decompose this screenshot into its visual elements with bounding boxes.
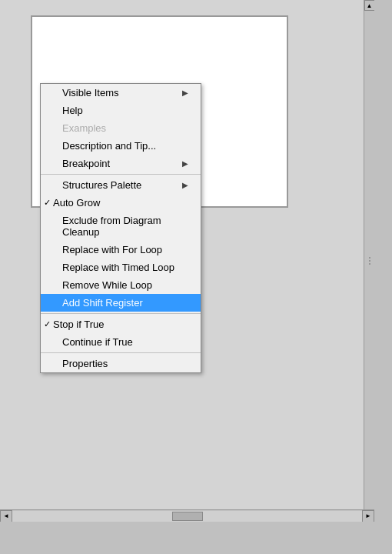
scroll-up-button[interactable]: ▲: [364, 0, 375, 11]
menu-item-breakpoint[interactable]: Breakpoint▶: [41, 155, 201, 172]
menu-item-structures-palette[interactable]: Structures Palette▶: [41, 176, 201, 194]
menu-item-properties[interactable]: Properties: [41, 355, 201, 372]
submenu-arrow-breakpoint: ▶: [182, 159, 188, 168]
menu-label-help: Help: [62, 105, 188, 116]
menu-item-description-and-tip[interactable]: Description and Tip...: [41, 137, 201, 155]
scroll-track[interactable]: [12, 511, 362, 522]
menu-label-visible-items: Visible Items: [62, 87, 182, 98]
menu-label-breakpoint: Breakpoint: [62, 158, 182, 169]
bottom-scrollbar: ◄ ►: [0, 509, 374, 522]
menu-label-auto-grow: Auto Grow: [53, 197, 188, 209]
scroll-left-button[interactable]: ◄: [0, 510, 12, 522]
submenu-arrow-visible-items: ▶: [182, 88, 188, 97]
scroll-right-button[interactable]: ►: [362, 510, 374, 522]
submenu-arrow-structures-palette: ▶: [182, 181, 188, 189]
menu-separator: [41, 174, 201, 175]
menu-label-replace-with-timed-loop: Replace with Timed Loop: [62, 262, 188, 273]
menu-label-examples: Examples: [62, 122, 188, 134]
menu-item-continue-if-true[interactable]: Continue if True: [41, 333, 201, 351]
menu-label-exclude-from-diagram: Exclude from Diagram Cleanup: [62, 215, 188, 238]
scroll-indicator: [369, 257, 370, 265]
menu-label-stop-if-true: Stop if True: [53, 319, 188, 330]
check-mark-auto-grow: ✓: [44, 198, 53, 208]
menu-separator: [41, 313, 201, 314]
menu-item-exclude-from-diagram[interactable]: Exclude from Diagram Cleanup: [41, 212, 201, 241]
menu-label-properties: Properties: [62, 358, 188, 369]
menu-label-continue-if-true: Continue if True: [62, 336, 188, 348]
menu-item-examples: Examples: [41, 119, 201, 137]
scroll-thumb[interactable]: [172, 512, 203, 521]
menu-item-visible-items[interactable]: Visible Items▶: [41, 84, 201, 102]
menu-label-structures-palette: Structures Palette: [62, 179, 182, 191]
right-scrollbar: ▲ ▼: [364, 0, 374, 522]
menu-label-add-shift-register: Add Shift Register: [62, 297, 188, 309]
menu-label-description-and-tip: Description and Tip...: [62, 140, 188, 152]
menu-item-auto-grow[interactable]: ✓Auto Grow: [41, 194, 201, 212]
menu-item-replace-with-for-loop[interactable]: Replace with For Loop: [41, 241, 201, 259]
menu-separator: [41, 352, 201, 353]
menu-item-help[interactable]: Help: [41, 102, 201, 119]
check-mark-stop-if-true: ✓: [44, 319, 53, 329]
menu-item-remove-while-loop[interactable]: Remove While Loop: [41, 276, 201, 294]
menu-item-add-shift-register[interactable]: Add Shift Register: [41, 294, 201, 312]
menu-item-replace-with-timed-loop[interactable]: Replace with Timed Loop: [41, 259, 201, 276]
menu-item-stop-if-true[interactable]: ✓Stop if True: [41, 315, 201, 333]
main-canvas: Visible Items▶HelpExamplesDescription an…: [0, 0, 374, 522]
context-menu: Visible Items▶HelpExamplesDescription an…: [40, 83, 201, 373]
menu-label-replace-with-for-loop: Replace with For Loop: [62, 244, 188, 255]
menu-label-remove-while-loop: Remove While Loop: [62, 279, 188, 291]
